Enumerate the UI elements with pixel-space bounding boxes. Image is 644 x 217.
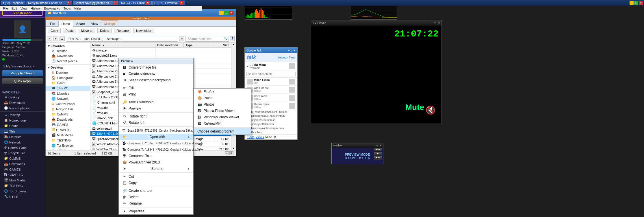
ctx-create-shortcut[interactable]: 🔗 Create shortcut <box>119 187 193 194</box>
ribbon-btn-move[interactable]: Move to <box>79 28 95 33</box>
nav-libraries[interactable]: 📚 Libraries <box>0 134 45 139</box>
ribbon-tab-share[interactable]: Share <box>73 21 88 26</box>
nav-testing[interactable]: 📁 TESTING <box>0 183 45 188</box>
ctx-slideshow[interactable]: ▶ Create slideshow <box>119 71 193 77</box>
ctx-delete[interactable]: 🗑 Delete <box>119 194 193 200</box>
reply-to-thread-btn[interactable]: Reply to Thread <box>2 70 43 76</box>
sidebar-tor[interactable]: 🌐Tor Browser <box>46 143 90 148</box>
ribbon-btn-rename[interactable]: Rename <box>114 28 131 33</box>
gtalk-contact-dacasaab[interactable]: dacasaab Offline <box>245 94 297 102</box>
refresh-btn[interactable]: ↻ <box>179 36 184 41</box>
taskbar-reply[interactable]: Reply to thread 'Cannot sa...' ✕ <box>26 1 72 5</box>
sidebar-downloads-fav[interactable]: 📥 Downloads <box>46 53 90 58</box>
path-thispc[interactable]: This PC <box>68 37 79 41</box>
play-btn[interactable]: ► <box>374 152 382 155</box>
sidebar-testing[interactable]: 📁TESTING <box>46 138 90 143</box>
ctx-compress-zip[interactable]: 🗜 Compress To "18848_47911902_Cerska i K… <box>119 140 193 146</box>
ctx-scan[interactable]: 🛡 Scan 18848_47911902_Cerska i Kolubarsk… <box>119 127 193 134</box>
ctx-print[interactable]: 🖨 Print <box>119 91 193 98</box>
gtalk-user[interactable]: ● Lukic Mike Available <box>245 62 297 71</box>
sidebar-desktop[interactable]: 🖥 Desktop <box>46 49 90 53</box>
quick-reply-btn[interactable]: Quick Reply <box>2 78 43 84</box>
gtalk-email-3[interactable]: extranjem@sezampro.rs <box>245 118 297 122</box>
gtalk-maximize[interactable]: □ <box>291 49 292 52</box>
ctx-cut[interactable]: ✂ Cut <box>119 173 193 180</box>
submenu-windows-photo[interactable]: 🖼 Windows Photo Viewer <box>194 114 251 120</box>
nav-recent[interactable]: 🕐 Recent places <box>0 105 45 111</box>
sidebar-homegroup[interactable]: 🏠Homegroup <box>46 75 90 80</box>
sidebar-graphic[interactable]: 🖼GRAPHIC <box>46 127 90 133</box>
sidebar-downloads[interactable]: 📥Downloads <box>46 117 90 122</box>
nav-comms[interactable]: 📁 CoMMS <box>0 156 45 161</box>
ribbon-btn-paste[interactable]: Paste <box>63 28 76 33</box>
menu-history[interactable]: History <box>29 6 42 10</box>
nav-control-panel[interactable]: ⚙ Control Panel <box>0 145 45 150</box>
address-path[interactable]: This PC › Local Disk (D:) › BackUps › <box>66 36 178 42</box>
preview-close[interactable]: ✕ <box>380 144 382 147</box>
gtalk-email-2[interactable]: lanmikidu@hotmail.com (invited) <box>245 114 297 118</box>
explorer-maximize[interactable]: □ <box>224 11 229 15</box>
path-localdisk[interactable]: Local Disk (D:) <box>83 37 103 41</box>
gtalk-email-1[interactable]: count_mike@hotmail.com (invited) <box>245 110 297 114</box>
gtalk-email-4[interactable]: rektamacije@telenor.rs <box>245 122 297 126</box>
ribbon-tab-home[interactable]: Home <box>58 21 73 27</box>
taskbar-cannot-save[interactable]: Cannot save jpg photos att... ✕ <box>73 1 118 5</box>
gtalk-close[interactable]: ✕ <box>293 49 296 52</box>
gtalk-email-5[interactable]: vladimir.ponjavic@tetrapak.com <box>245 126 297 130</box>
ribbon-btn-newfolder[interactable]: New folder <box>133 28 154 33</box>
my-system-specs[interactable]: ⚠ My System Specs ▾ <box>0 64 45 69</box>
col-date-header[interactable]: Date modified <box>155 43 184 47</box>
nav-thispc[interactable]: 💻 This <box>0 128 45 134</box>
prev-btn[interactable]: ◄◄ <box>374 148 382 151</box>
menu-bookmarks[interactable]: Bookmarks <box>42 6 62 10</box>
nav-tor[interactable]: 🌐 Tor Browser <box>0 188 45 194</box>
media-player-close[interactable]: ✕ <box>437 21 440 25</box>
scroll-down-btn[interactable]: ▼ <box>233 147 235 150</box>
gtalk-search-input[interactable] <box>246 72 296 76</box>
submenu-xnviewmp[interactable]: 🖼 XnViewMP <box>194 120 251 127</box>
close-main-btn[interactable]: ✕ <box>639 1 643 5</box>
nav-desktop2[interactable]: 🖥 Desktop <box>0 112 45 117</box>
ctx-rename[interactable]: ✏ Rename <box>119 200 193 207</box>
gtalk-contact-dejan[interactable]: Dejan Saric Offline <box>245 102 297 110</box>
gtalk-contact-alex[interactable]: Alex Radic Offline <box>245 86 297 94</box>
table-row[interactable]: ⚙siw.exe <box>90 48 231 53</box>
ctx-desktop-bg[interactable]: 🖥 Set as desktop background <box>119 77 193 83</box>
ctx-copy[interactable]: 📋 Copy <box>119 180 193 186</box>
ctx-compress-to[interactable]: 🗜 Compress To... <box>119 153 193 159</box>
desktop-section-header[interactable]: ▾ Desktop <box>46 65 90 70</box>
ctx-convert[interactable]: 🖼 Convert image file <box>119 64 193 71</box>
search-input[interactable] <box>185 36 229 42</box>
forward-btn[interactable]: ► <box>53 36 58 41</box>
nav-count[interactable]: 📁 Count <box>0 123 45 128</box>
col-type-header[interactable]: Type <box>184 43 214 47</box>
nav-network[interactable]: 🌐 Network <box>0 139 45 145</box>
nav-utils[interactable]: 🔧 UTILS <box>0 194 45 199</box>
preview-minimize[interactable]: − <box>375 144 377 147</box>
taskbar-reply-close[interactable]: ✕ <box>67 1 70 5</box>
sidebar-utils[interactable]: 🔧UTILS <box>46 148 90 150</box>
sidebar-network[interactable]: 🌐Network <box>46 96 90 101</box>
sidebar-libraries[interactable]: 📚Libraries <box>46 91 90 96</box>
list-view-btn[interactable]: ≡ <box>225 151 229 155</box>
ctx-rotate-left[interactable]: ↺ Rotate left <box>119 119 193 126</box>
sidebar-recent[interactable]: 🕐 Recent places <box>46 58 90 64</box>
sidebar-multimedia[interactable]: 🎬Multi Media <box>46 133 90 138</box>
sidebar-thispc[interactable]: 💻This PC <box>46 86 90 91</box>
explorer-minimize[interactable]: − <box>219 11 224 15</box>
submenu-photos[interactable]: 📷 Photos <box>194 101 251 108</box>
menu-tools[interactable]: Tools <box>62 6 73 10</box>
nav-downloads2[interactable]: 📥 Downloads <box>0 161 45 167</box>
sidebar-comms[interactable]: 📁CoMMS <box>46 112 90 117</box>
ribbon-btn-delete[interactable]: Delete <box>97 28 112 33</box>
ribbon-tab-manage[interactable]: Manage <box>101 21 118 26</box>
gtalk-email-6[interactable]: xcat@sbb.rs <box>245 130 297 134</box>
menu-edit[interactable]: Edit <box>10 6 19 10</box>
col-size-header[interactable]: Size <box>214 43 231 47</box>
ctx-rotate-right[interactable]: ↻ Rotate right <box>119 113 193 119</box>
gtalk-add-btn[interactable]: + Add <box>247 135 255 139</box>
submenu-firefox[interactable]: 🦊 Firefox <box>194 89 251 95</box>
gtalk-view-btn[interactable]: View ▾ <box>256 135 264 139</box>
ribbon-tab-file[interactable]: File <box>47 21 58 26</box>
nav-graphic[interactable]: 🖼 GRAPHIC <box>0 172 45 177</box>
